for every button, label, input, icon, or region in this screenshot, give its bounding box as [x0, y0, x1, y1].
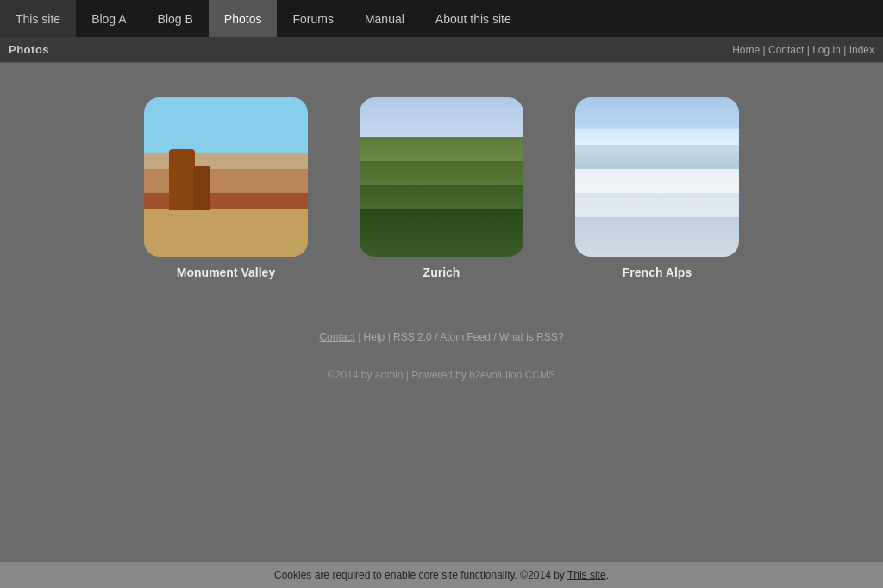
photo-gallery: Monument Valley Zurich French Alps — [144, 97, 739, 279]
header-link-login[interactable]: Log in — [812, 44, 841, 56]
nav-item-manual[interactable]: Manual — [349, 0, 420, 37]
photo-thumb-zurich — [360, 97, 523, 257]
photo-item-zurich[interactable]: Zurich — [360, 97, 523, 279]
nav-item-about[interactable]: About this site — [420, 0, 527, 37]
page-header: Photos Home | Contact | Log in | Index — [0, 37, 883, 63]
header-links: Home | Contact | Log in | Index — [732, 44, 874, 56]
nav-item-blog-a[interactable]: Blog A — [76, 0, 141, 37]
header-link-index[interactable]: Index — [849, 44, 874, 56]
photo-thumb-alps — [575, 97, 739, 257]
cookie-site-link[interactable]: This site — [567, 569, 606, 581]
header-link-contact[interactable]: Contact — [768, 44, 804, 56]
cookie-notice: Cookies are required to enable core site… — [0, 562, 883, 588]
footer-link-rss: RSS 2.0 — [393, 331, 432, 343]
photo-item-monument[interactable]: Monument Valley — [144, 97, 308, 279]
footer-copyright: ©2014 by admin | Powered by b2evolution … — [328, 369, 555, 381]
photo-item-alps[interactable]: French Alps — [575, 97, 739, 279]
nav-item-this-site[interactable]: This site — [0, 0, 76, 37]
photo-label-alps: French Alps — [623, 266, 692, 279]
nav-item-forums[interactable]: Forums — [277, 0, 348, 37]
footer-link-whatisrss: What is RSS? — [499, 331, 564, 343]
photo-label-zurich: Zurich — [423, 266, 460, 279]
nav-item-photos[interactable]: Photos — [209, 0, 278, 37]
cookie-text: Cookies are required to enable core site… — [274, 569, 567, 581]
nav-item-blog-b[interactable]: Blog B — [142, 0, 209, 37]
cookie-suffix: . — [606, 569, 609, 581]
main-nav: This site Blog A Blog B Photos Forums Ma… — [0, 0, 883, 37]
photo-label-monument: Monument Valley — [177, 266, 275, 279]
footer-links: Contact | Help | RSS 2.0 / Atom Feed / W… — [319, 331, 563, 343]
footer-link-atom: Atom Feed — [440, 331, 491, 343]
main-content: Monument Valley Zurich French Alps Conta… — [0, 63, 883, 450]
footer-link-help: Help — [364, 331, 385, 343]
photo-thumb-monument — [144, 97, 308, 257]
header-link-home[interactable]: Home — [732, 44, 760, 56]
footer-link-contact[interactable]: Contact — [319, 331, 354, 343]
page-title: Photos — [9, 43, 49, 56]
